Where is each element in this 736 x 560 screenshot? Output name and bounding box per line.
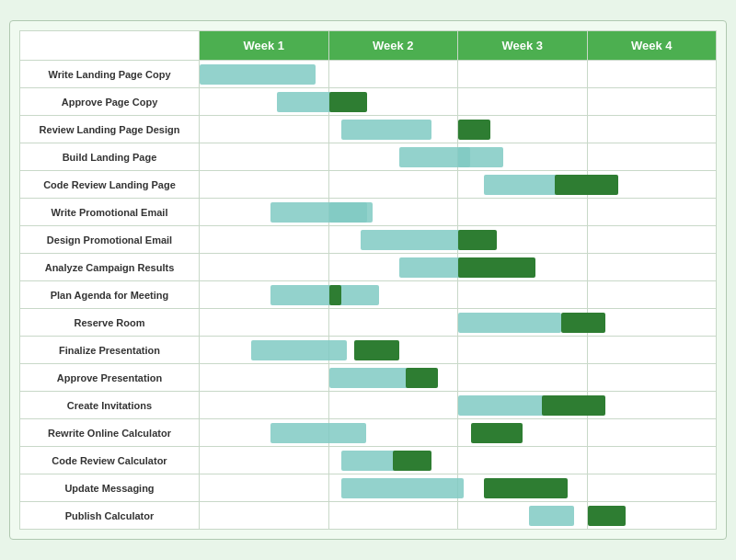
bar-cell — [328, 419, 458, 447]
bar-cell — [328, 281, 458, 309]
bar-cell — [587, 226, 717, 254]
gantt-bar — [329, 285, 342, 305]
bar-cell — [328, 364, 458, 392]
bar-cell — [200, 116, 329, 143]
bar-cell — [200, 474, 329, 502]
bar-cell — [328, 171, 458, 199]
task-name: Code Review Calculator — [20, 447, 200, 474]
bar-cell — [587, 171, 717, 199]
bar-cell — [200, 447, 329, 474]
table-row: Finalize Presentation — [20, 337, 717, 364]
bar-cell — [200, 226, 329, 254]
bar-cell — [200, 61, 329, 88]
bar-cell — [458, 226, 588, 254]
bar-cell — [458, 61, 588, 88]
bar-cell — [458, 502, 588, 530]
task-name: Code Review Landing Page — [20, 171, 200, 199]
bar-cell — [200, 392, 329, 419]
task-header — [20, 31, 200, 61]
bar-cell — [328, 337, 458, 364]
gantt-table: Week 1 Week 2 Week 3 Week 4 Write Landin… — [19, 30, 717, 530]
task-name: Update Messaging — [20, 474, 200, 502]
bar-cell — [587, 309, 717, 337]
bar-cell — [587, 199, 717, 226]
task-name: Approve Page Copy — [20, 88, 200, 116]
table-row: Update Messaging — [20, 474, 717, 502]
gantt-bar — [484, 478, 568, 498]
bar-cell — [328, 254, 458, 281]
task-name: Analyze Campaign Results — [20, 254, 200, 281]
bar-cell — [587, 364, 717, 392]
bar-cell — [328, 392, 458, 419]
week1-header: Week 1 — [200, 31, 329, 61]
gantt-bar — [458, 147, 503, 167]
bar-cell — [587, 502, 717, 530]
gantt-bar — [458, 257, 535, 278]
task-name: Publish Calculator — [20, 502, 200, 530]
bar-cell — [328, 116, 458, 143]
bar-cell — [200, 254, 329, 281]
task-name: Rewrite Online Calculator — [20, 419, 200, 447]
gantt-bar — [361, 230, 464, 250]
gantt-bar — [588, 506, 627, 526]
gantt-bar — [329, 92, 368, 112]
bar-cell — [587, 447, 717, 474]
bar-cell — [458, 143, 588, 171]
gantt-bar — [341, 478, 464, 498]
bar-cell — [458, 364, 588, 392]
bar-cell — [458, 447, 588, 474]
task-name: Write Landing Page Copy — [20, 61, 200, 88]
bar-cell — [200, 337, 329, 364]
bar-cell — [328, 143, 458, 171]
bar-cell — [328, 474, 458, 502]
bar-cell — [200, 502, 329, 530]
bar-cell — [587, 474, 717, 502]
task-name: Review Landing Page Design — [20, 116, 200, 143]
chart-container: Week 1 Week 2 Week 3 Week 4 Write Landin… — [9, 20, 727, 540]
bar-cell — [200, 309, 329, 337]
bar-cell — [328, 61, 458, 88]
bar-cell — [458, 281, 588, 309]
bar-cell — [200, 88, 329, 116]
gantt-bar — [341, 120, 431, 140]
gantt-bar — [406, 368, 438, 388]
bar-cell — [200, 199, 329, 226]
gantt-bar — [200, 64, 316, 85]
bar-cell — [458, 88, 588, 116]
table-row: Code Review Landing Page — [20, 171, 717, 199]
bar-cell — [458, 116, 588, 143]
bar-cell — [458, 419, 588, 447]
task-name: Reserve Room — [20, 309, 200, 337]
bar-cell — [587, 116, 717, 143]
bar-cell — [328, 88, 458, 116]
gantt-bar — [529, 506, 574, 526]
bar-cell — [200, 419, 329, 447]
bar-cell — [328, 502, 458, 530]
bar-cell — [458, 199, 588, 226]
week3-header: Week 3 — [458, 31, 588, 61]
bar-cell — [458, 309, 588, 337]
table-row: Code Review Calculator — [20, 447, 717, 474]
table-row: Design Promotional Email — [20, 226, 717, 254]
task-name: Approve Presentation — [20, 364, 200, 392]
bar-cell — [587, 143, 717, 171]
bar-cell — [587, 419, 717, 447]
table-row: Approve Presentation — [20, 364, 717, 392]
gantt-bar — [471, 423, 523, 443]
bar-cell — [458, 171, 588, 199]
bar-cell — [458, 474, 588, 502]
gantt-bar — [354, 340, 399, 360]
table-row: Create Invitations — [20, 392, 717, 419]
table-row: Publish Calculator — [20, 502, 717, 530]
gantt-bar — [458, 230, 497, 250]
gantt-bar — [329, 202, 368, 223]
bar-cell — [200, 364, 329, 392]
gantt-bar — [458, 313, 561, 333]
table-row: Review Landing Page Design — [20, 116, 717, 143]
week2-header: Week 2 — [328, 31, 458, 61]
task-name: Design Promotional Email — [20, 226, 200, 254]
task-name: Build Landing Page — [20, 143, 200, 171]
week4-header: Week 4 — [587, 31, 717, 61]
bar-cell — [200, 281, 329, 309]
bar-cell — [328, 447, 458, 474]
